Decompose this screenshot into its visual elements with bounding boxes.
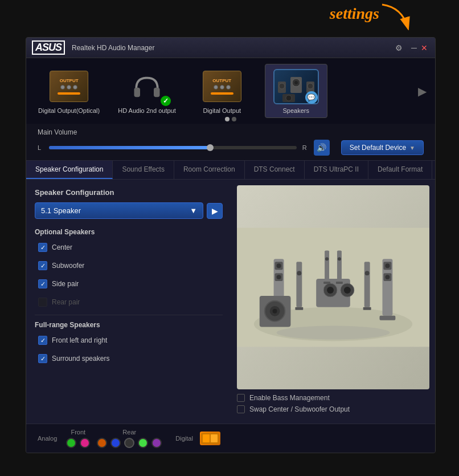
svg-point-45 [338, 257, 341, 261]
port-rear-black[interactable] [124, 438, 134, 448]
checkbox-surround-control[interactable] [38, 354, 47, 363]
checkbox-subwoofer-label: Subwoofer [52, 262, 84, 270]
tab-speaker-configuration[interactable]: Speaker Configuration [26, 161, 113, 179]
svg-rect-46 [336, 282, 343, 284]
checkbox-side-pair-control[interactable] [38, 279, 47, 288]
tab-sound-effects[interactable]: Sound Effects [113, 161, 174, 179]
play-button[interactable]: ▶ [207, 203, 223, 219]
svg-point-36 [297, 271, 301, 275]
checkbox-front-lr-control[interactable] [38, 336, 47, 345]
svg-rect-0 [134, 88, 140, 97]
device-icon-hd-audio: ✓ [124, 68, 170, 105]
volume-thumb [207, 144, 214, 151]
content-area: Speaker Configuration 5.1 Speaker ▼ ▶ Op… [26, 180, 435, 424]
front-port-group: Front [66, 429, 90, 448]
checkbox-rear-pair[interactable]: Rear pair [35, 295, 223, 309]
checkbox-surround-label: Surround speakers [52, 355, 109, 363]
tab-room-correction[interactable]: Room Correction [174, 161, 245, 179]
checkbox-front-lr[interactable]: Front left and right [35, 333, 223, 347]
front-port-dots [66, 438, 90, 448]
volume-icon[interactable]: 🔊 [314, 140, 330, 156]
speaker-dropdown[interactable]: 5.1 Speaker ▼ [35, 202, 203, 219]
svg-rect-40 [363, 307, 371, 310]
close-button[interactable]: ✕ [419, 43, 429, 53]
tab-dts-connect[interactable]: DTS Connect [245, 161, 305, 179]
device-label-optical: Digital Output(Optical) [38, 107, 100, 114]
volume-slider[interactable] [49, 146, 297, 149]
svg-point-13 [277, 326, 390, 340]
svg-point-22 [385, 263, 390, 268]
svg-rect-43 [323, 282, 330, 284]
checkbox-subwoofer-control[interactable] [38, 261, 47, 270]
digital-label: Digital [175, 435, 193, 442]
bottom-bar: Analog Front Rear Digital [26, 424, 435, 453]
dot-2[interactable] [232, 117, 236, 121]
checkbox-side-pair[interactable]: Side pair [35, 277, 223, 291]
svg-point-39 [365, 271, 370, 275]
swap-center-checkbox[interactable] [237, 405, 245, 413]
checkbox-subwoofer[interactable]: Subwoofer [35, 259, 223, 272]
svg-point-30 [344, 287, 351, 294]
digital-out-icon: OUTPUT [203, 71, 241, 102]
device-card-digital-optical[interactable]: OUTPUT Digital Output(Optical) [35, 64, 103, 117]
svg-point-16 [277, 263, 281, 268]
device-card-speakers[interactable]: 💬 Speakers [265, 64, 327, 118]
svg-rect-41 [325, 250, 329, 282]
settings-label: settings [330, 5, 379, 23]
svg-rect-25 [380, 316, 396, 320]
enable-bass-checkbox[interactable] [237, 394, 245, 402]
checkbox-rear-pair-control[interactable] [38, 298, 47, 307]
digital-port-icon[interactable] [200, 432, 220, 445]
next-arrow-icon[interactable]: ▶ [418, 84, 427, 98]
svg-point-34 [273, 309, 277, 314]
optional-speakers-group: Optional Speakers Center Subwoofer Side … [35, 228, 223, 309]
port-rear-purple[interactable] [151, 438, 162, 448]
svg-point-6 [279, 83, 285, 89]
enable-bass-label: Enable Bass Management [249, 394, 330, 402]
checkbox-center-control[interactable] [38, 243, 47, 252]
device-icon-digital: OUTPUT [199, 68, 245, 105]
tab-dts-ultrapc[interactable]: DTS UltraPC II [305, 161, 368, 179]
port-rear-orange[interactable] [97, 438, 107, 448]
optical-icon: OUTPUT [50, 71, 88, 102]
rear-label: Rear [122, 429, 136, 436]
minimize-button[interactable]: ─ [409, 43, 419, 53]
active-check-icon: ✓ [161, 96, 171, 106]
tab-bar: Speaker Configuration Sound Effects Room… [26, 161, 435, 180]
svg-rect-49 [211, 434, 218, 442]
window-title: Realtek HD Audio Manager [72, 44, 393, 52]
device-label-hd-audio: HD Audio 2nd output [118, 107, 176, 114]
svg-point-28 [327, 287, 334, 294]
port-rear-blue[interactable] [110, 438, 121, 448]
tab-default-format[interactable]: Default Format [368, 161, 432, 179]
title-bar: ASUS Realtek HD Audio Manager ⚙ ─ ✕ [26, 38, 435, 58]
swap-center-label: Swap Center / Subwoofer Output [249, 405, 350, 413]
dot-1[interactable] [225, 117, 230, 121]
checkbox-surround[interactable]: Surround speakers [35, 352, 223, 365]
fullrange-speakers-group: Full-range Speakers Front left and right… [35, 321, 223, 365]
asus-logo: ASUS [32, 40, 65, 55]
port-rear-lime[interactable] [138, 438, 148, 448]
device-icon-digital-optical: OUTPUT [46, 68, 92, 105]
port-front-green[interactable] [66, 438, 76, 448]
checkbox-center-label: Center [52, 243, 72, 251]
set-default-button[interactable]: Set Default Device ▼ [341, 140, 424, 155]
chat-bubble-icon: 💬 [305, 91, 318, 104]
checkbox-center[interactable]: Center [35, 241, 223, 254]
optional-speakers-label: Optional Speakers [35, 228, 223, 236]
headphone-icon [130, 71, 164, 102]
gear-button[interactable]: ⚙ [393, 42, 404, 54]
device-icon-speakers: 💬 [273, 68, 319, 105]
device-page-dots [225, 117, 236, 121]
device-card-hd-audio[interactable]: ✓ HD Audio 2nd output [114, 64, 179, 117]
volume-fill [49, 146, 210, 149]
device-card-digital[interactable]: OUTPUT Digital Output [191, 64, 253, 117]
front-label: Front [71, 429, 85, 436]
checkbox-side-pair-label: Side pair [52, 280, 79, 288]
speaker-diagram [237, 185, 429, 389]
device-label-speakers: Speakers [283, 107, 309, 114]
divider-1 [35, 315, 223, 315]
left-panel: Speaker Configuration 5.1 Speaker ▼ ▶ Op… [26, 180, 231, 424]
volume-label: Main Volume [38, 128, 424, 136]
port-front-pink[interactable] [80, 438, 90, 448]
